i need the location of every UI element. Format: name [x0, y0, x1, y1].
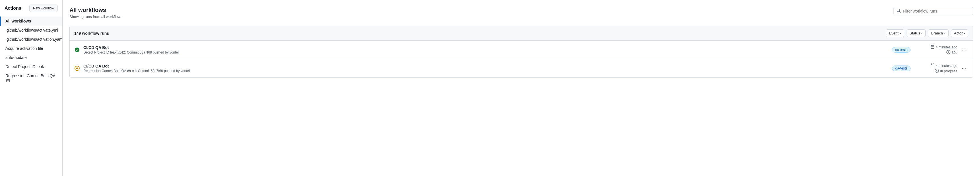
run-status-icon-in-progress: [74, 66, 80, 71]
calendar-icon: [931, 63, 934, 68]
runs-filters: Event▾Status▾Branch▾Actor▾: [886, 29, 968, 37]
chevron-down-icon: ▾: [964, 32, 965, 35]
new-workflow-button[interactable]: New workflow: [29, 5, 58, 12]
run-time-ago: 4 minutes ago: [931, 63, 957, 68]
ellipsis-icon: ···: [962, 66, 966, 71]
sidebar: Actions New workflow All workflows.githu…: [0, 0, 63, 176]
run-duration: 30s: [947, 50, 957, 55]
main-header: All workflows Showing runs from all work…: [70, 7, 973, 19]
sidebar-item-acquire-activation[interactable]: Acquire activation file: [0, 44, 62, 53]
filter-input[interactable]: [894, 7, 973, 15]
filter-input-wrapper: [894, 7, 973, 15]
page-title: All workflows: [70, 7, 123, 13]
run-description: Detect Project ID leak #142: Commit 53a7…: [83, 50, 889, 54]
sidebar-item-regression-games[interactable]: Regression Games Bots QA 🎮: [0, 71, 62, 85]
page-subtitle: Showing runs from all workflows: [70, 14, 123, 19]
sidebar-title: Actions: [5, 6, 21, 11]
run-time-ago-text: 4 minutes ago: [936, 45, 957, 49]
sidebar-item-activation-yaml[interactable]: .github/workflows/activation.yaml: [0, 35, 62, 44]
run-title: CI/CD QA Bot: [83, 64, 889, 68]
table-row[interactable]: CI/CD QA Bot Detect Project ID leak #142…: [70, 41, 973, 59]
calendar-icon: [931, 45, 934, 50]
runs-count: 149 workflow runs: [74, 31, 109, 35]
filter-btn-event[interactable]: Event▾: [886, 29, 904, 37]
runs-list: CI/CD QA Bot Detect Project ID leak #142…: [70, 41, 973, 77]
runs-header: 149 workflow runs Event▾Status▾Branch▾Ac…: [70, 26, 973, 41]
sidebar-header: Actions New workflow: [0, 5, 62, 16]
filter-label-branch: Branch: [931, 31, 943, 35]
filter-btn-actor[interactable]: Actor▾: [951, 29, 968, 37]
chevron-down-icon: ▾: [944, 32, 945, 35]
run-description: Regression Games Bots QA 🎮 #1: Commit 53…: [83, 69, 889, 73]
run-time-ago-text: 4 minutes ago: [936, 64, 957, 68]
run-time-ago: 4 minutes ago: [931, 45, 957, 50]
run-duration-text: 30s: [952, 51, 957, 55]
chevron-down-icon: ▾: [921, 32, 923, 35]
run-tag[interactable]: qa-tests: [892, 66, 910, 71]
run-info: CI/CD QA Bot Detect Project ID leak #142…: [83, 45, 889, 54]
sidebar-nav: All workflows.github/workflows/activate.…: [0, 16, 62, 85]
runs-panel: 149 workflow runs Event▾Status▾Branch▾Ac…: [70, 26, 973, 78]
run-tag[interactable]: qa-tests: [892, 47, 910, 53]
svg-point-1: [76, 67, 78, 69]
run-duration-text: In progress: [940, 69, 957, 73]
table-row[interactable]: CI/CD QA Bot Regression Games Bots QA 🎮 …: [70, 59, 973, 77]
sidebar-item-activate-yml[interactable]: .github/workflows/activate.yml: [0, 26, 62, 35]
run-title: CI/CD QA Bot: [83, 45, 889, 50]
sidebar-item-auto-update[interactable]: auto-update: [0, 53, 62, 62]
filter-label-status: Status: [910, 31, 920, 35]
main-title-block: All workflows Showing runs from all work…: [70, 7, 123, 19]
run-status-icon-success: [74, 47, 80, 53]
clock-icon: [947, 50, 950, 55]
run-time: 4 minutes ago 30s: [917, 45, 957, 55]
filter-label-event: Event: [889, 31, 898, 35]
main-content: All workflows Showing runs from all work…: [63, 0, 980, 176]
filter-label-actor: Actor: [954, 31, 963, 35]
ellipsis-icon: ···: [962, 47, 966, 53]
chevron-down-icon: ▾: [900, 32, 901, 35]
run-info: CI/CD QA Bot Regression Games Bots QA 🎮 …: [83, 64, 889, 73]
clock-icon: [935, 69, 939, 74]
sidebar-item-detect-project-id[interactable]: Detect Project ID leak: [0, 62, 62, 71]
run-duration: In progress: [935, 69, 957, 74]
filter-btn-branch[interactable]: Branch▾: [928, 29, 948, 37]
run-time: 4 minutes ago In progress: [917, 63, 957, 74]
run-menu-button[interactable]: ···: [959, 46, 968, 54]
filter-btn-status[interactable]: Status▾: [907, 29, 926, 37]
run-menu-button[interactable]: ···: [959, 65, 968, 72]
sidebar-item-all-workflows[interactable]: All workflows: [0, 16, 62, 26]
